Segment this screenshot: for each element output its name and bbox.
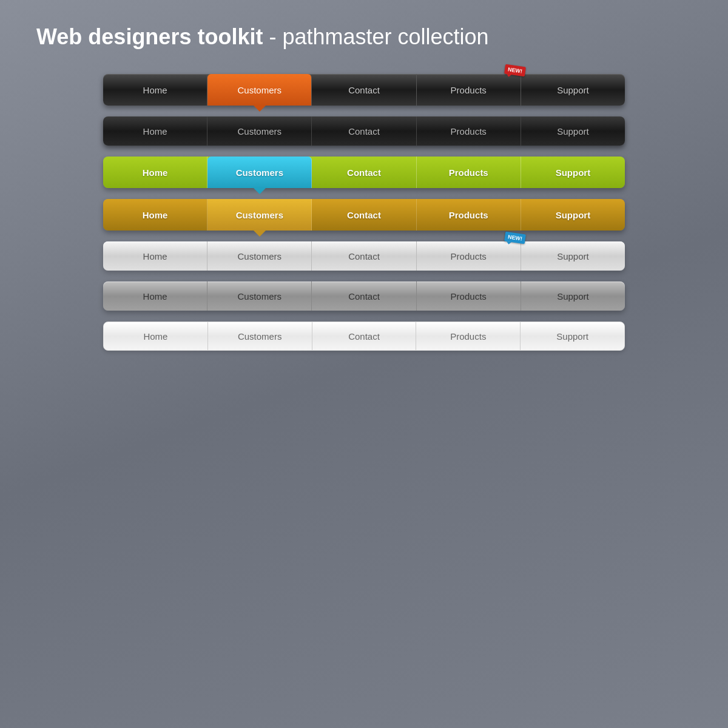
new-badge-red: NEW! [504, 64, 526, 77]
nav-item-contact-6[interactable]: Contact [312, 281, 416, 311]
nav-item-home-1[interactable]: Home [103, 74, 207, 106]
nav-item-contact-4[interactable]: Contact [312, 199, 416, 231]
nav-item-support-4[interactable]: Support [521, 199, 625, 231]
navbar-2: Home Customers Contact Products Support [103, 116, 625, 146]
nav-item-support-2[interactable]: Support [521, 116, 625, 146]
nav-item-products-4[interactable]: Products [417, 199, 521, 231]
nav-item-contact-2[interactable]: Contact [312, 116, 416, 146]
nav-item-home-6[interactable]: Home [103, 281, 207, 311]
nav-item-products-6[interactable]: Products [417, 281, 521, 311]
navbar-5: Home Customers Contact NEW! Products Sup… [103, 241, 625, 271]
nav-item-support-5[interactable]: Support [521, 241, 625, 271]
nav-item-contact-5[interactable]: Contact [312, 241, 416, 271]
nav-item-products-5[interactable]: NEW! Products [417, 241, 521, 271]
nav-item-contact-3[interactable]: Contact [312, 157, 416, 188]
nav-item-home-4[interactable]: Home [103, 199, 207, 231]
nav-item-products-7[interactable]: Products [416, 322, 521, 350]
nav-item-home-5[interactable]: Home [103, 241, 207, 271]
navbar-3: Home Customers Contact Products Support [103, 157, 625, 188]
navbar-6: Home Customers Contact Products Support [103, 281, 625, 311]
title-bold: Web designers toolkit [36, 24, 263, 49]
navbar-1: Home Customers Contact NEW! Products Sup… [103, 74, 625, 106]
navbar-7: Home Customers Contact Products Support [103, 322, 625, 351]
nav-item-customers-1[interactable]: Customers [207, 74, 312, 106]
nav-item-customers-6[interactable]: Customers [207, 281, 312, 311]
nav-item-customers-3[interactable]: Customers [207, 157, 312, 188]
nav-item-home-2[interactable]: Home [103, 116, 207, 146]
navbar-4: Home Customers Contact Products Support [103, 199, 625, 231]
title-normal: - pathmaster collection [263, 24, 488, 49]
nav-item-products-2[interactable]: Products [417, 116, 521, 146]
nav-item-contact-1[interactable]: Contact [312, 74, 416, 106]
nav-item-support-6[interactable]: Support [521, 281, 625, 311]
nav-item-support-7[interactable]: Support [521, 322, 624, 350]
nav-item-customers-7[interactable]: Customers [208, 322, 312, 350]
nav-item-contact-7[interactable]: Contact [312, 322, 417, 350]
nav-item-support-1[interactable]: Support [521, 74, 625, 106]
nav-item-home-3[interactable]: Home [103, 157, 207, 188]
nav-item-customers-2[interactable]: Customers [207, 116, 312, 146]
nav-item-customers-4[interactable]: Customers [207, 199, 312, 231]
new-badge-blue: NEW! [504, 232, 526, 244]
nav-item-products-1[interactable]: NEW! Products [417, 74, 521, 106]
navbars-container: Home Customers Contact NEW! Products Sup… [103, 74, 625, 351]
nav-item-support-3[interactable]: Support [521, 157, 625, 188]
nav-item-home-7[interactable]: Home [104, 322, 208, 350]
nav-item-customers-5[interactable]: Customers [207, 241, 312, 271]
page-title: Web designers toolkit - pathmaster colle… [0, 0, 728, 68]
nav-item-products-3[interactable]: Products [417, 157, 521, 188]
